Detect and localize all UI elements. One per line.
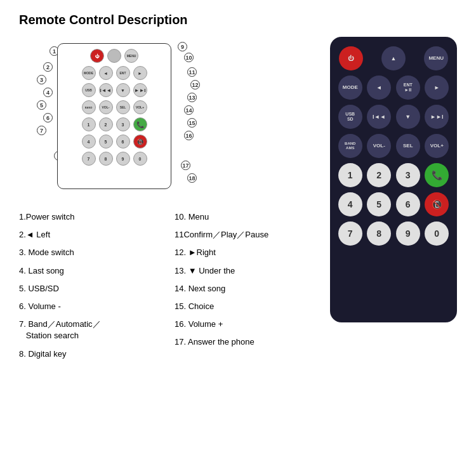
- desc-item-15: 15. Choice: [175, 301, 317, 312]
- photo-btn-num9[interactable]: 9: [396, 221, 420, 246]
- photo-row-5: 1 2 3 📞: [338, 163, 449, 187]
- label-15: 15: [187, 118, 197, 128]
- photo-btn-volplus[interactable]: VOL+: [425, 134, 449, 158]
- desc-item-4: 4. Last song: [19, 265, 162, 277]
- diagram-row-2: MODE ◄ ENT ►: [63, 66, 166, 80]
- label-7: 7: [37, 126, 46, 135]
- desc-item-3: 3. Mode switch: [19, 247, 162, 258]
- photo-btn-down[interactable]: ▼: [396, 105, 420, 129]
- diagram-btn-6: 6: [116, 135, 130, 149]
- diagram-btn-left: ◄: [99, 66, 113, 80]
- diagram-btn-ent: ENT: [116, 66, 130, 80]
- photo-row-4: BANDAMS VOL- SEL VOL+: [338, 134, 449, 158]
- photo-btn-sel[interactable]: SEL: [396, 134, 420, 158]
- desc-item-12: 12. ►Right: [175, 247, 317, 258]
- photo-btn-prev[interactable]: I◄◄: [367, 105, 391, 129]
- label-5: 5: [37, 100, 46, 110]
- diagram-btn-volminus: VOL-: [99, 100, 113, 114]
- photo-btn-num8[interactable]: 8: [367, 221, 391, 246]
- label-3: 3: [37, 75, 46, 84]
- photo-btn-num4[interactable]: 4: [338, 192, 362, 216]
- diagram-area: 1 2 3 4 5 6 7 8 9 10 11 12 13 14 15 16 1…: [19, 37, 235, 202]
- diagram-row-1: ⏻ MENU: [63, 49, 166, 63]
- desc-item-11: 11Confirm／Play／Pause: [175, 229, 317, 241]
- label-14: 14: [184, 105, 194, 115]
- photo-row-1: ⏻ ▲ MENU: [338, 46, 449, 70]
- photo-btn-num7[interactable]: 7: [338, 221, 362, 246]
- diagram-btn-0: 0: [133, 152, 147, 166]
- diagram-row-3: USB I◄◄ ▼ ►►I: [63, 83, 166, 97]
- diagram-btn-sel: SEL: [116, 100, 130, 114]
- photo-row-3: USBSD I◄◄ ▼ ►►I: [338, 105, 449, 129]
- desc-item-10: 10. Menu: [175, 211, 317, 223]
- diagram-btn-8: 8: [99, 152, 113, 166]
- main-content: 1 2 3 4 5 6 7 8 9 10 11 12 13 14 15 16 1…: [19, 37, 457, 366]
- diagram-btn-3: 3: [116, 117, 130, 131]
- desc-item-7: 7. Band／Automatic／ Station search: [19, 319, 162, 341]
- diagram-btn-usbsd: USB: [82, 83, 96, 97]
- left-section: 1 2 3 4 5 6 7 8 9 10 11 12 13 14 15 16 1…: [19, 37, 317, 366]
- photo-btn-mode[interactable]: MODE: [338, 76, 362, 100]
- page: Remote Control Description 1 2 3 4 5 6 7…: [0, 0, 476, 476]
- photo-btn-ent[interactable]: ENT►II: [396, 76, 420, 100]
- photo-btn-num5[interactable]: 5: [367, 192, 391, 216]
- page-title: Remote Control Description: [19, 13, 457, 27]
- label-18: 18: [187, 173, 197, 183]
- photo-btn-call[interactable]: 📞: [425, 163, 449, 187]
- desc-item-5: 5. USB/SD: [19, 283, 162, 294]
- photo-btn-num6[interactable]: 6: [396, 192, 420, 216]
- descriptions: 1.Power switch 2.◄ Left 3. Mode switch 4…: [19, 211, 317, 366]
- remote-photo: ⏻ ▲ MENU MODE ◄ ENT►II ► USBSD I◄◄ ▼ ►►I: [330, 37, 457, 322]
- desc-item-13: 13. ▼ Under the: [175, 265, 317, 277]
- diagram-btn-band: BAND: [82, 100, 96, 114]
- diagram-row-6: 4 5 6 📵: [63, 135, 166, 149]
- diagram-btn-endcall: 📵: [133, 135, 147, 149]
- label-16: 16: [184, 131, 194, 140]
- desc-item-8: 8. Digital key: [19, 348, 162, 360]
- photo-btn-right[interactable]: ►: [425, 76, 449, 100]
- photo-btn-num2[interactable]: 2: [367, 163, 391, 187]
- diagram-btn-2: 2: [99, 117, 113, 131]
- photo-btn-endcall[interactable]: 📵: [425, 192, 449, 216]
- label-11: 11: [187, 67, 197, 77]
- photo-btn-band[interactable]: BANDAMS: [338, 134, 362, 158]
- photo-btn-up[interactable]: ▲: [381, 46, 406, 70]
- photo-btn-nextsong[interactable]: ►►I: [425, 105, 449, 129]
- label-12: 12: [190, 80, 200, 89]
- diagram-btn-right: ►: [133, 66, 147, 80]
- photo-row-6: 4 5 6 📵: [338, 192, 449, 216]
- photo-btn-num3[interactable]: 3: [396, 163, 420, 187]
- photo-btn-usbsd[interactable]: USBSD: [338, 105, 362, 129]
- diagram-row-5: 1 2 3 📞: [63, 117, 166, 131]
- photo-row-2: MODE ◄ ENT►II ►: [338, 76, 449, 100]
- label-17: 17: [181, 161, 190, 170]
- desc-item-14: 14. Next song: [175, 283, 317, 294]
- desc-col-left: 1.Power switch 2.◄ Left 3. Mode switch 4…: [19, 211, 162, 366]
- diagram-btn-unknown: [107, 49, 121, 63]
- photo-btn-num1[interactable]: 1: [338, 163, 362, 187]
- desc-item-17: 17. Answer the phone: [175, 336, 317, 348]
- diagram-btn-4: 4: [82, 135, 96, 149]
- desc-item-1: 1.Power switch: [19, 211, 162, 223]
- photo-btn-power[interactable]: ⏻: [339, 46, 363, 70]
- diagram-btn-next: ►►I: [133, 83, 147, 97]
- diagram-btn-menu: MENU: [124, 49, 138, 63]
- label-10: 10: [184, 53, 194, 62]
- diagram-btn-1: 1: [82, 117, 96, 131]
- diagram-btn-power: ⏻: [90, 49, 104, 63]
- label-4: 4: [43, 88, 53, 97]
- photo-btn-volminus[interactable]: VOL-: [367, 134, 391, 158]
- desc-item-2: 2.◄ Left: [19, 229, 162, 241]
- photo-btn-menu[interactable]: MENU: [424, 46, 448, 70]
- desc-item-6: 6. Volume -: [19, 301, 162, 312]
- photo-btn-left[interactable]: ◄: [367, 76, 391, 100]
- diagram-btn-prev: I◄◄: [99, 83, 113, 97]
- desc-col-right: 10. Menu 11Confirm／Play／Pause 12. ►Right…: [175, 211, 317, 366]
- diagram-row-7: 7 8 9 0: [63, 152, 166, 166]
- remote-diagram: ⏻ MENU MODE ◄ ENT ► USB I◄◄: [57, 43, 171, 189]
- diagram-btn-down: ▼: [116, 83, 130, 97]
- desc-item-16: 16. Volume +: [175, 319, 317, 330]
- label-6: 6: [43, 113, 53, 122]
- diagram-btn-7: 7: [82, 152, 96, 166]
- photo-btn-num0[interactable]: 0: [425, 221, 449, 246]
